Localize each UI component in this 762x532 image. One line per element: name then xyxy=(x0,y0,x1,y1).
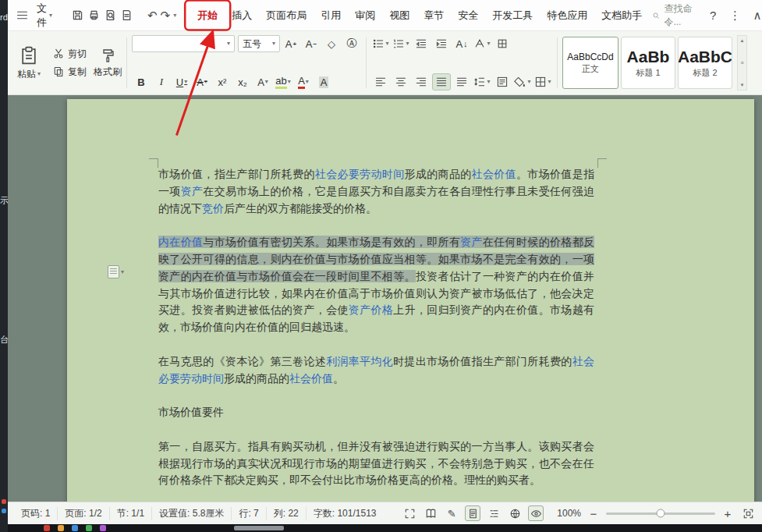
hyperlink-text[interactable]: 利润率平均化 xyxy=(326,355,393,367)
hyperlink-text[interactable]: 竞价 xyxy=(202,202,224,215)
edit-mode-icon[interactable]: ✎ xyxy=(444,505,459,521)
menu-tab[interactable]: 开发工具 xyxy=(485,5,540,27)
menu-tab[interactable]: 页面布局 xyxy=(259,5,314,27)
cut-button[interactable]: 剪切 xyxy=(48,45,90,63)
tab-grid-icon[interactable] xyxy=(493,35,512,52)
status-item[interactable]: 节: 1/1 xyxy=(110,507,152,520)
highlight-color-icon[interactable]: ab▾ xyxy=(274,73,292,90)
increase-font-icon[interactable]: A+ xyxy=(282,35,300,52)
text-tools-icon[interactable]: ▾ xyxy=(473,35,491,52)
fullscreen-icon[interactable] xyxy=(402,505,417,521)
zoom-slider-handle[interactable] xyxy=(657,509,665,518)
menu-tab[interactable]: 安全 xyxy=(451,5,485,27)
font-size-combobox[interactable]: 五号 ▾ xyxy=(238,35,280,52)
print-icon[interactable] xyxy=(87,6,101,25)
style-card-body[interactable]: AaBbCcDd正文 xyxy=(562,37,618,89)
copy-button[interactable]: 复制 xyxy=(48,63,90,81)
sort-icon[interactable]: A↓ xyxy=(452,35,471,52)
tab-home-active[interactable]: 开始 xyxy=(190,5,225,27)
italic-button[interactable]: I xyxy=(152,73,171,90)
paragraph-layout-icon[interactable] xyxy=(493,73,512,90)
read-mode-icon[interactable] xyxy=(423,505,438,521)
status-item[interactable]: 列: 22 xyxy=(267,507,307,520)
superscript-button[interactable]: x² xyxy=(213,73,232,90)
decrease-font-icon[interactable]: A− xyxy=(302,35,321,52)
menu-tab[interactable]: 引用 xyxy=(314,5,348,27)
menu-tab[interactable]: 插入 xyxy=(225,5,259,27)
decrease-indent-icon[interactable] xyxy=(412,35,431,52)
zoom-out-button[interactable]: − xyxy=(587,507,600,520)
status-item[interactable]: 字数: 101/1513 xyxy=(307,507,384,520)
scroll-up-icon[interactable]: ▴ xyxy=(741,37,744,44)
hamburger-menu-icon[interactable] xyxy=(16,6,29,25)
help-icon[interactable]: ? xyxy=(707,9,719,22)
numbered-list-icon[interactable]: ▾ xyxy=(392,35,410,52)
search-command-box[interactable]: 查找命令... xyxy=(652,2,697,29)
status-item[interactable]: 设置值: 5.8厘米 xyxy=(152,507,232,520)
status-item[interactable]: 页码: 1 xyxy=(14,507,58,520)
export-pdf-icon[interactable] xyxy=(120,6,133,25)
undo-icon[interactable]: ↶ xyxy=(147,9,158,23)
underline-button[interactable]: U▾ xyxy=(172,73,191,90)
shading-icon[interactable]: ▾ xyxy=(513,73,532,90)
paragraph[interactable]: 内在价值与市场价值有密切关系。如果市场是有效的，即所有资产在任何时候的价格都反映… xyxy=(158,234,594,336)
menu-tab[interactable]: 章节 xyxy=(416,5,451,27)
paste-button[interactable]: 粘贴▾ xyxy=(12,37,45,90)
file-menu-button[interactable]: 文件 ▾ xyxy=(32,0,57,33)
hyperlink-text[interactable]: 社会必要劳动时间 xyxy=(315,168,405,180)
align-justify-icon[interactable] xyxy=(432,73,451,90)
align-left-icon[interactable] xyxy=(371,73,390,90)
save-icon[interactable] xyxy=(71,6,84,25)
borders-icon[interactable]: ▾ xyxy=(533,73,552,90)
menu-tab[interactable]: 文档助手 xyxy=(594,5,649,27)
hyperlink-text[interactable]: 社会价值 xyxy=(472,168,516,180)
document-canvas[interactable]: 市场价值，指生产部门所耗费的社会必要劳动时间形成的商品的社会价值。市场价值是指一… xyxy=(8,95,762,502)
fit-screen-icon[interactable] xyxy=(740,505,756,521)
hyperlink-text[interactable]: 资产 xyxy=(460,236,483,248)
style-card-heading-1[interactable]: AaBb标题 1 xyxy=(621,37,675,89)
web-layout-icon[interactable] xyxy=(507,505,523,521)
status-item[interactable]: 页面: 1/2 xyxy=(58,507,109,520)
hyperlink-text[interactable]: 资产 xyxy=(181,185,204,197)
zoom-in-button[interactable]: + xyxy=(721,507,734,520)
scroll-down-icon[interactable]: ▾ xyxy=(741,82,744,88)
hyperlink-text[interactable]: 资产价格 xyxy=(349,303,393,316)
subscript-button[interactable]: x₂ xyxy=(233,73,252,90)
redo-dropdown-icon[interactable]: ▾ xyxy=(173,12,176,19)
paragraph[interactable]: 第一，自愿买方。指具有购买动机，但并没有被强迫进行购买的一方当事人。该购买者会根… xyxy=(158,438,594,489)
distribute-text-icon[interactable] xyxy=(452,73,471,90)
strikethrough-button[interactable]: A▾ xyxy=(193,73,211,90)
print-layout-icon[interactable] xyxy=(465,505,480,521)
paragraph[interactable]: 市场价值要件 xyxy=(158,404,594,421)
format-painter-button[interactable]: 格式刷 xyxy=(94,66,122,79)
zoom-value[interactable]: 100% xyxy=(557,508,581,519)
font-name-combobox[interactable]: ▾ xyxy=(132,35,235,52)
bullet-list-icon[interactable]: ▾ xyxy=(371,35,390,52)
paste-options-floatie[interactable]: ▾ xyxy=(108,265,124,278)
align-right-icon[interactable] xyxy=(412,73,431,90)
eye-protection-icon[interactable] xyxy=(528,505,544,521)
styles-scrollbar[interactable]: ▴ ≡ ▾ xyxy=(737,35,747,90)
document-text[interactable]: 市场价值，指生产部门所耗费的社会必要劳动时间形成的商品的社会价值。市场价值是指一… xyxy=(158,166,594,489)
gallery-expand-icon[interactable]: ≡ xyxy=(740,60,743,66)
outline-view-icon[interactable] xyxy=(486,505,502,521)
menu-tab[interactable]: 特色应用 xyxy=(540,5,594,27)
zoom-slider[interactable] xyxy=(606,512,715,515)
menu-tab[interactable]: 审阅 xyxy=(348,5,382,27)
font-color-icon[interactable]: A▾ xyxy=(294,73,313,90)
style-card-heading-2[interactable]: AaBbC标题 2 xyxy=(678,37,732,89)
collapse-ribbon-icon[interactable]: ∧ xyxy=(751,9,762,23)
status-item[interactable]: 行: 7 xyxy=(232,507,266,520)
hyperlink-text[interactable]: 社会价值 xyxy=(289,372,333,385)
align-center-icon[interactable] xyxy=(392,73,410,90)
paragraph[interactable]: 市场价值，指生产部门所耗费的社会必要劳动时间形成的商品的社会价值。市场价值是指一… xyxy=(158,166,594,217)
hyperlink-text[interactable]: 内在价值 xyxy=(158,236,203,248)
line-spacing-icon[interactable]: ▾ xyxy=(473,73,491,90)
character-shading-icon[interactable]: A xyxy=(314,73,333,90)
document-page[interactable]: 市场价值，指生产部门所耗费的社会必要劳动时间形成的商品的社会价值。市场价值是指一… xyxy=(67,99,754,502)
menu-tab[interactable]: 视图 xyxy=(382,5,416,27)
pinyin-guide-icon[interactable]: Ⓐ xyxy=(342,35,361,52)
bold-button[interactable]: B xyxy=(132,73,151,90)
redo-icon[interactable]: ↷ xyxy=(161,9,171,23)
increase-indent-icon[interactable] xyxy=(432,35,451,52)
